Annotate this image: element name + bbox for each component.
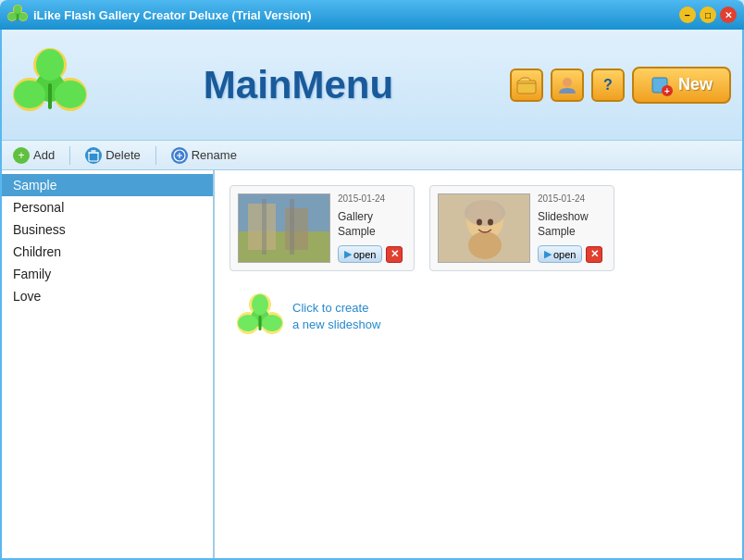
gallery-info-1: 2015-01-24 SlideshowSample ▶ open ✕	[538, 193, 606, 263]
rename-button[interactable]: Rename	[171, 147, 237, 164]
restore-button[interactable]: □	[700, 6, 716, 23]
user-button[interactable]	[551, 68, 584, 102]
separator-2	[155, 146, 156, 165]
add-icon: +	[13, 147, 30, 164]
header-buttons: ? + New	[510, 67, 731, 104]
delete-item-button-1[interactable]: ✕	[586, 246, 602, 263]
svg-point-4	[14, 6, 21, 14]
sidebar-item-personal[interactable]: Personal	[2, 196, 213, 218]
delete-button[interactable]: Delete	[85, 147, 141, 164]
create-new-icon	[237, 293, 283, 340]
open-arrow-icon-1: ▶	[544, 248, 552, 260]
create-new-text: Click to create a new slideshow	[292, 300, 380, 333]
svg-point-42	[262, 315, 282, 331]
sidebar-item-business[interactable]: Business	[2, 218, 213, 241]
svg-point-33	[468, 231, 502, 259]
sidebar: Sample Personal Business Children Family…	[2, 170, 215, 558]
sidebar-item-family[interactable]: Family	[2, 263, 213, 285]
window-controls: − □ ✕	[679, 6, 737, 23]
add-button[interactable]: + Add	[13, 147, 55, 164]
open-button-0[interactable]: ▶ open	[338, 245, 382, 263]
svg-text:+: +	[664, 86, 670, 96]
delete-label: Delete	[105, 148, 141, 162]
title-bar: iLike Flash Gallery Creator Deluxe (Tria…	[0, 0, 744, 30]
svg-point-34	[465, 200, 505, 226]
gallery-item-0: 2015-01-24 GallerySample ▶ open ✕	[229, 185, 415, 271]
svg-rect-28	[285, 208, 308, 250]
main-title: MainMenu	[87, 63, 510, 107]
main-window: MainMenu ?	[0, 30, 744, 560]
minimize-button[interactable]: −	[679, 6, 696, 23]
open-arrow-icon: ▶	[344, 248, 352, 260]
svg-point-14	[14, 81, 45, 108]
svg-rect-29	[262, 199, 267, 255]
rename-label: Rename	[192, 148, 237, 162]
svg-point-41	[252, 294, 268, 315]
svg-rect-16	[517, 81, 536, 93]
gallery-thumb-0	[238, 193, 330, 263]
open-button-1[interactable]: ▶ open	[538, 245, 582, 263]
svg-point-5	[19, 13, 28, 20]
delete-icon	[85, 147, 102, 164]
app-logo	[13, 48, 87, 122]
sidebar-item-sample[interactable]: Sample	[2, 174, 213, 196]
add-label: Add	[33, 148, 55, 162]
svg-rect-30	[290, 199, 294, 255]
gallery-area: 2015-01-24 GallerySample ▶ open ✕	[215, 170, 742, 558]
folder-button[interactable]	[510, 68, 543, 102]
svg-rect-44	[259, 316, 262, 330]
help-button[interactable]: ?	[591, 68, 625, 102]
gallery-date-0: 2015-01-24	[338, 193, 406, 204]
toolbar: + Add Delete Rename	[2, 141, 742, 170]
separator-1	[69, 146, 70, 165]
svg-point-36	[488, 219, 493, 226]
svg-point-6	[8, 13, 17, 20]
svg-point-18	[563, 78, 572, 87]
app-logo-icon	[7, 5, 28, 25]
gallery-item-1: 2015-01-24 SlideshowSample ▶ open ✕	[429, 185, 614, 271]
gallery-info-0: 2015-01-24 GallerySample ▶ open ✕	[338, 193, 406, 263]
header-area: MainMenu ?	[2, 30, 742, 141]
svg-rect-15	[48, 83, 52, 109]
create-new-item[interactable]: Click to create a new slideshow	[229, 286, 415, 347]
content-area: Sample Personal Business Children Family…	[2, 170, 742, 558]
gallery-date-1: 2015-01-24	[538, 193, 606, 204]
gallery-thumb-1	[438, 193, 530, 263]
svg-rect-23	[89, 153, 98, 161]
gallery-name-1: SlideshowSample	[538, 210, 606, 239]
svg-point-12	[36, 49, 64, 81]
sidebar-item-love[interactable]: Love	[2, 285, 213, 307]
svg-rect-7	[17, 14, 19, 21]
gallery-actions-0: ▶ open ✕	[338, 245, 406, 263]
close-button[interactable]: ✕	[720, 6, 737, 23]
gallery-actions-1: ▶ open ✕	[538, 245, 606, 263]
svg-point-43	[238, 315, 258, 331]
rename-icon	[171, 147, 188, 164]
window-title: iLike Flash Gallery Creator Deluxe (Tria…	[33, 8, 679, 22]
svg-point-13	[55, 81, 86, 108]
sidebar-item-children[interactable]: Children	[2, 241, 213, 263]
new-button[interactable]: + New	[632, 67, 731, 104]
new-button-label: New	[678, 75, 713, 94]
delete-item-button-0[interactable]: ✕	[386, 246, 403, 263]
gallery-name-0: GallerySample	[338, 210, 406, 239]
svg-point-35	[477, 219, 482, 226]
